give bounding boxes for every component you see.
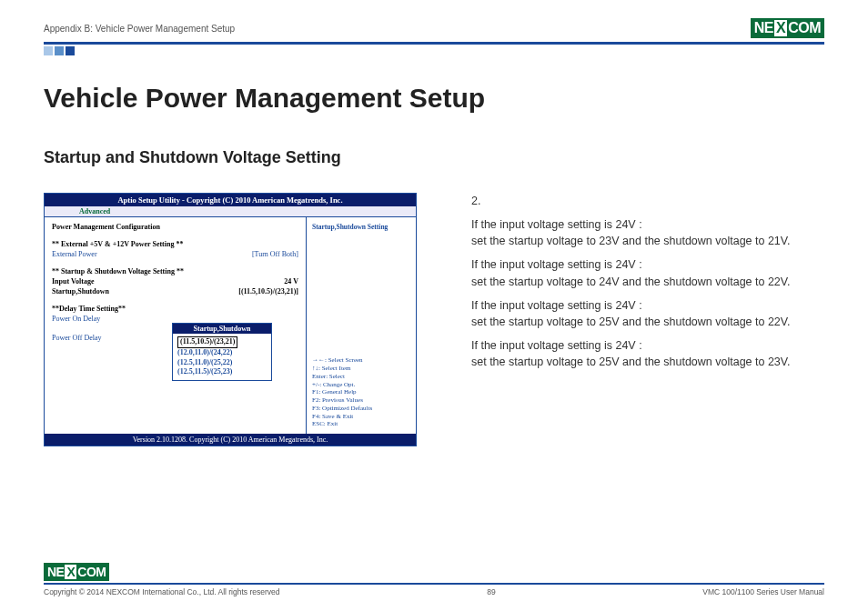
instruction-line: set the startup voltage to 25V and the s…	[471, 316, 790, 328]
logo-left: NE	[47, 565, 64, 579]
instruction-line: set the startup voltage to 23V and the s…	[471, 235, 790, 247]
bios-key-line: Enter: Select	[312, 373, 410, 381]
bios-popup-option[interactable]: (11.5,10.5)/(23,21)	[177, 336, 267, 348]
square-icon	[55, 46, 64, 55]
logo-right: COM	[788, 20, 821, 36]
square-icon	[66, 46, 75, 55]
bios-key-line: +/-: Change Opt.	[312, 381, 410, 389]
bios-key-line: ESC: Exit	[312, 420, 410, 428]
instruction-line: If the input voltage setting is 24V :	[471, 339, 642, 352]
bios-main-area: Power Management Configuration ** Extern…	[45, 217, 307, 434]
bios-input-voltage-value: 24 V	[284, 277, 298, 285]
instruction-text: 2. If the input voltage setting is 24V :…	[471, 193, 824, 377]
bios-startup-shutdown-value: [(11.5,10.5)/(23,21)]	[238, 287, 298, 295]
bios-popup-option[interactable]: (12.0,11.0)/(24,22)	[177, 348, 267, 358]
bios-power-on-delay[interactable]: Power On Delay	[52, 315, 298, 323]
bios-startup-shutdown-label: Startup,Shutdown	[52, 287, 109, 295]
footer-rule	[44, 583, 824, 586]
bios-ext-power-label: External Power	[52, 250, 97, 258]
bios-ext-power-row[interactable]: External Power [Turn Off Both]	[52, 250, 298, 258]
logo-left: NE	[754, 20, 773, 36]
footer-manual-name: VMC 100/1100 Series User Manual	[702, 587, 824, 596]
bios-key-line: →←: Select Screen	[312, 356, 410, 365]
bios-key-help: →←: Select Screen ↑↓: Select Item Enter:…	[312, 356, 410, 428]
bios-key-line: ↑↓: Select Item	[312, 365, 410, 373]
bios-footer: Version 2.10.1208. Copyright (C) 2010 Am…	[45, 434, 416, 446]
bios-popup-title: Startup,Shutdown	[173, 324, 271, 334]
logo-x: X	[65, 565, 76, 579]
breadcrumb: Appendix B: Vehicle Power Management Set…	[44, 24, 235, 34]
instruction-line: If the input voltage setting is 24V :	[471, 299, 642, 312]
bios-input-voltage-row[interactable]: Input Voltage 24 V	[52, 277, 298, 285]
bios-ss-heading: ** Startup & Shutdown Voltage Setting **	[52, 267, 298, 275]
footer-copyright: Copyright © 2014 NEXCOM International Co…	[44, 587, 280, 596]
bios-startup-shutdown-row[interactable]: Startup,Shutdown [(11.5,10.5)/(23,21)]	[52, 287, 298, 295]
brand-logo: NEXCOM	[751, 18, 824, 38]
logo-right: COM	[77, 565, 106, 579]
square-icon	[44, 46, 53, 55]
bios-key-line: F4: Save & Exit	[312, 413, 410, 421]
bios-setup-panel: Aptio Setup Utility - Copyright (C) 2010…	[44, 193, 417, 446]
bios-section-heading: Power Management Configuration	[52, 223, 298, 231]
bios-help-title: Startup,Shutdown Setting	[312, 223, 410, 231]
bios-title-bar: Aptio Setup Utility - Copyright (C) 2010…	[45, 194, 416, 206]
logo-x: X	[774, 20, 787, 36]
bios-popup-option[interactable]: (12.5,11.0)/(25,22)	[177, 358, 267, 368]
bios-delay-heading: **Delay Time Setting**	[52, 305, 298, 313]
footer-logo: NEXCOM	[44, 563, 824, 581]
instruction-line: set the startup voltage to 25V and the s…	[471, 356, 790, 368]
step-number: 2.	[471, 193, 824, 209]
bios-tab-row: Advanced	[45, 206, 416, 217]
bios-key-line: F1: General Help	[312, 388, 410, 396]
instruction-line: set the startup voltage to 24V and the s…	[471, 275, 790, 288]
header-rule	[44, 42, 824, 45]
section-title: Startup and Shutdown Voltage Setting	[44, 148, 824, 167]
bios-tab-advanced[interactable]: Advanced	[72, 206, 117, 216]
bios-popup-option[interactable]: (12.5,11.5)/(25,23)	[177, 367, 267, 377]
bios-option-popup: Startup,Shutdown (11.5,10.5)/(23,21) (12…	[172, 323, 272, 381]
decorative-squares	[44, 46, 824, 55]
page-title: Vehicle Power Management Setup	[44, 83, 824, 114]
bios-key-line: F2: Previous Values	[312, 396, 410, 405]
bios-ext-power-value: [Turn Off Both]	[252, 250, 298, 258]
bios-ext-power-heading: ** External +5V & +12V Power Setting **	[52, 240, 298, 248]
instruction-line: If the input voltage setting is 24V :	[471, 218, 642, 231]
bios-input-voltage-label: Input Voltage	[52, 277, 94, 285]
bios-key-line: F3: Optimized Defaults	[312, 405, 410, 413]
footer-page-number: 89	[280, 587, 703, 596]
instruction-line: If the input voltage setting is 24V :	[471, 258, 642, 271]
